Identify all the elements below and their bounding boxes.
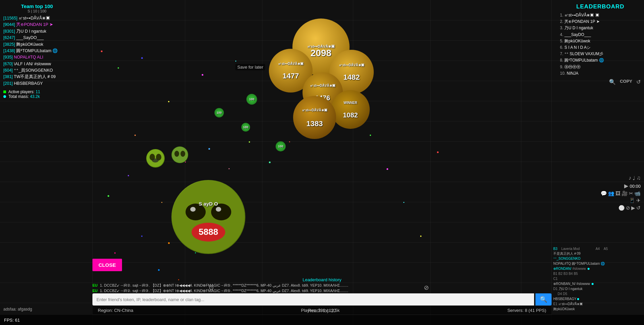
mode-icons: ⚪ ⊘ ▶ ↺ [594,205,641,211]
grid-row-d2: D4D5 [553,291,641,296]
group-icon[interactable]: 👥 [608,190,614,196]
circle-icon[interactable]: ⚪ [618,205,625,211]
music-note-1[interactable]: ♪ [629,175,631,181]
svg-text:5888: 5888 [199,227,218,237]
close-button[interactable]: CLOSE [92,259,122,271]
bottom-bar: FPS: 61 [0,315,644,325]
adsfaa-label: adsfaa: afgasdg [3,307,32,312]
active-players-section: Active players: 11 Total mass: 43.2k [3,89,71,99]
timer-display: ▶ 00:00 [594,183,641,189]
bottom-right-grid: B3 Laveria Mxd A4 A5 不是真正的人＃09 ⁺⁺_SONGGE… [553,247,641,312]
svg-point-7 [172,181,245,253]
svg-point-6 [180,151,185,157]
enemy-blob-6: ㎡st⊶DÅVÅ⋇▣ 1383 [293,96,336,139]
region-info: Region: CN-China [98,308,133,313]
active-dot [3,91,6,93]
grid-name-2: ⁺⁺_SONGGENKO [553,256,641,261]
right-lb-9: 9. ⓐⓜⓔⓔ [560,64,641,70]
active-value: 11 [36,89,40,94]
small-cell-3: 100 [241,123,250,132]
music-notes-row: ♪ ♩ ♫ [594,175,641,181]
right-music-panel: ♪ ♩ ♫ ▶ 00:00 💬 👥 🖼 🎥 ✂ 📹 📱 ✈ ⚪ ⊘ ▶ ↺ [594,175,641,211]
scissors-icon[interactable]: ✂ [629,190,633,196]
grid-names: 不是真正的人＃09 ⁺⁺_SONGGENKO NOPAL#TQ 圓⁴TOMPUL… [553,251,641,312]
image-icon[interactable]: 🖼 [615,190,620,196]
right-lb-4: 4. ___SayDO___ [560,32,641,38]
lb-entry-3: [8301] 乃U D I ngantuk [3,28,71,35]
grid-row-e: E1 ㎡st⊶DÅVÅ⋇▣ [553,301,641,306]
play2-icon[interactable]: ▶ [631,205,635,211]
refresh-icon[interactable]: ↺ [636,79,641,85]
chat-icon[interactable]: 💬 [601,190,607,196]
play-icon[interactable]: ▶ [624,183,628,189]
moving-blob-1 [146,149,165,168]
lb-entry-9: [604] ⁺⁺_員SONGGENKO [3,67,71,74]
enemy-blob-5: WINNER 1082 [331,90,370,129]
svg-point-11 [216,207,221,212]
slash-icon[interactable]: ⊘ [626,205,630,211]
reach-top-label: Reach top 10 [308,308,336,313]
lb-entry-4: [6247] ___SayDO___ [3,35,71,41]
left-leaderboard-panel: Team top 100 S | 10 | 100 [11565] ㎡st⊶DÅ… [3,3,71,99]
lb-history-row-2: EU 1. DCCBZ↙→iR②. sajt→iR③. 【DZ】⊗⊗NT I⊗◀… [92,288,552,293]
lb-panel-title: LEADERBOARD [560,3,641,10]
mass-value: 43.2k [30,94,40,99]
mass-dot [3,95,6,98]
cancel-icon[interactable]: ⊘ [424,284,429,291]
small-cell-2: 100 [214,108,224,117]
main-player-name: S ayD O [199,201,218,207]
grid-name-4: ⊕RONDAN/ #slowww [553,266,641,271]
lb-entry-1: [11565] ㎡st⊶DÅVÅ⋇▣ [3,15,71,22]
lb-entry-11: [201] HBSBERBAGY [3,80,71,87]
grid-b3-label: B3 [553,247,561,251]
camera-icon[interactable]: 📹 [634,190,641,196]
grid-name-3: NOPAL#TQ 圓⁴TOMPULbatam 🌐 [553,261,641,266]
moving-blob-2 [171,146,188,163]
target-icon[interactable]: ⊙ [209,284,214,291]
right-lb-8: 8. 圓⁴TOMPULbatam 🌐 [560,57,641,64]
lb-actions: 🔍 COPY ↺ [560,79,641,85]
svg-point-4 [172,147,188,163]
timer-value: 00:00 [630,184,641,189]
right-leaderboard-panel: LEADERBOARD 1. ㎡st⊶DÅVÅ⋇▣ ▣ 2. 兲⊕PONDAN … [560,3,641,85]
right-lb-3: 3. 乃U D I ngantuk [560,25,641,31]
mass-label: Total mass: [8,94,29,99]
grid-a5: A5 [604,247,611,251]
grid-name-5: C1 [553,276,641,281]
phone-icon[interactable]: 📱 [629,197,635,204]
leaderboard-history-section: Leaderboard history EU 1. DCCBZ↙→iR②. sa… [92,277,552,293]
svg-point-0 [147,149,164,167]
grid-name-pondan: ⊕RONBAN_N/ #slowww [553,281,641,286]
grid-row-b1-b5: B1B2 B3B4B5 [553,271,641,276]
search-input[interactable] [92,293,534,305]
refresh2-icon[interactable]: ↺ [636,205,641,211]
grid-name-1: 不是真正的人＃09 [553,251,641,256]
leaderboard-entries: [11565] ㎡st⊶DÅVÅ⋇▣ [9044] 兲⊕PONDAN 1P ➤ … [3,15,71,87]
music-note-2[interactable]: ♩ [633,175,635,181]
copy-icon[interactable]: COPY [620,79,632,85]
grid-laveria: Laveria Mxd [561,247,595,251]
search-area[interactable]: 🔍 [92,293,552,305]
video-icon[interactable]: 🎥 [621,190,628,196]
main-player-cell: 5888 S ayD O [171,180,245,254]
search-icon[interactable]: 🔍 [609,79,616,85]
svg-point-10 [190,207,196,212]
right-lb-7: 7. ⁺⁺ SLOEW VAXUM彡 [560,51,641,57]
right-lb-5: 5. 舞pkūOKūwok [560,38,641,44]
search-button[interactable]: 🔍 [535,293,552,305]
save-for-later-label: Save for later [235,64,265,70]
lb-entry-7: [935] NOPAL#TQ ALI [3,54,71,61]
music-note-3[interactable]: ♫ [637,175,641,181]
lb-entry-5: [3825] 舞pkūOKūwok [3,41,71,48]
right-lb-2: 2. 兲⊕PONDAN 1P ➤ [560,19,641,25]
active-label: Active players: [8,89,35,94]
send-icon[interactable]: ✈ [636,197,641,204]
grid-name-pku: 舞pkūOKūwok [553,306,641,312]
right-lb-1: 1. ㎡st⊶DÅVÅ⋇▣ ▣ [560,12,641,19]
small-cell-4: 100 [276,141,286,151]
action-icons: ⊙ [209,284,214,291]
grid-row-d: D1 乃U D I ngantuk [553,286,641,291]
grid-a4: A4 [596,247,603,251]
lb-entry-8: [670] \ALF I AN/ #slowww [3,61,71,67]
right-lb-6: 6. S I A N I D Aシ [560,44,641,51]
